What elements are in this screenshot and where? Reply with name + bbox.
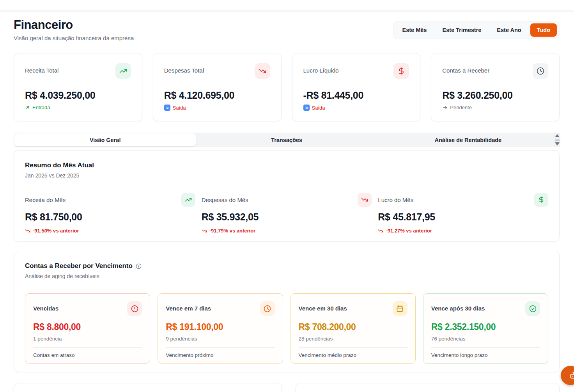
metric-change-text: -91.50% vs anterior	[33, 228, 79, 234]
aging-panel: Contas a Receber por Vencimento Análise …	[14, 251, 560, 372]
aging-value: R$ 191.100,00	[166, 322, 275, 332]
trending-down-icon	[202, 228, 207, 234]
aging-card-30-dias: Vence em 30 dias R$ 708.200,00 28 pendên…	[291, 293, 416, 364]
aging-value: R$ 8.800,00	[33, 322, 142, 332]
arrow-down-right-badge-icon	[164, 105, 170, 111]
period-filter-group: Este Mês Este Trimestre Este Ano Tudo	[393, 21, 560, 39]
resumo-metrics-row: Receita do Mês R$ 81.750,00 -91.50% vs a…	[25, 193, 548, 234]
filter-este-mes[interactable]: Este Mês	[396, 23, 434, 37]
aging-footer: Vencimento longo prazo	[431, 352, 540, 358]
metric-despesas-do-mes: Despesas do Mês R$ 35.932,05 -91.79% vs …	[202, 193, 372, 234]
metric-label: Receita do Mês	[25, 197, 66, 203]
tab-analise-rentabilidade[interactable]: Análise de Rentabilidade	[377, 133, 559, 146]
aging-label: Vence em 30 dias	[299, 305, 347, 312]
dollar-icon	[534, 193, 548, 207]
kpi-card-contas-a-receber: Contas a Receber R$ 3.260.250,00 Pendent…	[431, 53, 560, 121]
aging-label: Vence em 7 dias	[166, 305, 211, 312]
divider	[299, 347, 407, 348]
arrow-right-icon	[442, 105, 448, 110]
aging-footer: Contas em atraso	[33, 352, 142, 358]
kpi-label: Receita Total	[25, 67, 58, 74]
aging-value: R$ 2.352.150,00	[431, 322, 540, 332]
resumo-subtitle: Jan 2026 vs Dez 2025	[25, 172, 548, 179]
kpi-card-receita-total: Receita Total R$ 4.039.250,00 Entrada	[14, 53, 142, 121]
kpi-value: R$ 4.039.250,00	[25, 90, 131, 101]
next-section-row	[14, 383, 560, 392]
page-subtitle: Visão geral da situação financeira da em…	[14, 35, 134, 41]
aging-count: 1 pendência	[33, 336, 142, 342]
metric-change-text: -91.79% vs anterior	[209, 228, 256, 234]
page-header: Financeiro Visão geral da situação finan…	[14, 18, 560, 41]
aging-footer: Vencimento médio prazo	[299, 352, 407, 358]
trending-down-icon	[378, 228, 383, 234]
aging-card-vencidas: Vencidas R$ 8.800,00 1 pendência Contas …	[25, 293, 150, 364]
trending-down-icon	[255, 63, 270, 79]
kpi-status: Saída	[173, 105, 186, 111]
trending-down-icon	[358, 193, 372, 207]
check-circle-icon	[525, 301, 540, 316]
kpi-card-row: Receita Total R$ 4.039.250,00 Entrada De…	[14, 53, 560, 121]
kpi-label: Lucro Líquido	[303, 67, 339, 74]
spinner-divider	[555, 140, 560, 140]
section-tabs: Visão Geral Transações Análise de Rentab…	[14, 133, 560, 147]
resumo-title: Resumo do Mês Atual	[25, 161, 548, 169]
aging-subtitle: Análise de aging de recebíveis	[25, 273, 548, 279]
top-bar	[0, 0, 574, 11]
trending-down-icon	[25, 228, 30, 234]
kpi-status: Saída	[312, 105, 325, 111]
arrow-down-right-badge-icon	[303, 105, 310, 111]
tab-transacoes[interactable]: Transações	[196, 133, 377, 146]
divider	[431, 347, 540, 348]
aging-footer: Vencimento próximo	[166, 352, 275, 358]
spinner-down-arrow-icon[interactable]	[555, 142, 560, 145]
clock-icon	[533, 63, 548, 79]
metric-change-text: -91.27% vs anterior	[386, 228, 432, 234]
aging-value: R$ 708.200,00	[299, 322, 407, 332]
divider	[166, 347, 275, 348]
filter-tudo[interactable]: Tudo	[530, 23, 557, 37]
kpi-status: Entrada	[32, 105, 50, 110]
page-title: Financeiro	[14, 18, 134, 32]
tab-scroll-spinner	[554, 133, 560, 147]
aging-label: Vencidas	[33, 305, 58, 312]
financeiro-dashboard: Financeiro Visão geral da situação finan…	[0, 0, 574, 392]
kpi-label: Despesas Total	[164, 67, 204, 74]
metric-value: R$ 35.932,05	[202, 211, 372, 223]
kpi-status: Pendente	[450, 105, 472, 110]
kpi-card-lucro-liquido: Lucro Líquido -R$ 81.445,00 Saída	[292, 53, 421, 121]
aging-card-row: Vencidas R$ 8.800,00 1 pendência Contas …	[25, 293, 548, 364]
kpi-value: -R$ 81.445,00	[303, 90, 409, 101]
info-icon[interactable]	[136, 263, 142, 269]
kpi-card-despesas-total: Despesas Total R$ 4.120.695,00 Saída	[153, 53, 282, 121]
metric-label: Despesas do Mês	[202, 197, 248, 203]
aging-count: 9 pendências	[166, 336, 275, 342]
dollar-icon	[393, 63, 409, 79]
metric-lucro-do-mes: Lucro do Mês R$ 45.817,95 -91.27% vs ant…	[378, 193, 548, 234]
trending-up-icon	[181, 193, 195, 207]
partial-card-left	[14, 383, 282, 392]
clock-icon	[260, 301, 275, 316]
tab-visao-geral[interactable]: Visão Geral	[14, 133, 196, 146]
aging-label: Vence após 30 dias	[431, 305, 485, 312]
aging-title: Contas a Receber por Vencimento	[25, 262, 133, 270]
arrow-up-right-icon	[25, 105, 30, 110]
divider	[33, 347, 142, 348]
kpi-value: R$ 4.120.695,00	[164, 90, 270, 101]
alert-circle-icon	[127, 301, 142, 316]
spinner-up-arrow-icon[interactable]	[555, 134, 560, 137]
metric-receita-do-mes: Receita do Mês R$ 81.750,00 -91.50% vs a…	[25, 193, 195, 234]
metric-value: R$ 81.750,00	[25, 211, 195, 223]
chat-bot-icon	[569, 372, 572, 380]
kpi-label: Contas a Receber	[442, 67, 489, 74]
filter-este-ano[interactable]: Este Ano	[490, 23, 528, 37]
kpi-value: R$ 3.260.250,00	[442, 90, 548, 101]
partial-card-right	[296, 383, 560, 392]
metric-label: Lucro do Mês	[378, 197, 413, 203]
aging-count: 28 pendências	[299, 336, 407, 342]
trending-up-icon	[115, 63, 131, 79]
calendar-icon	[393, 301, 407, 316]
aging-card-7-dias: Vence em 7 dias R$ 191.100,00 9 pendênci…	[158, 293, 283, 364]
resumo-mes-panel: Resumo do Mês Atual Jan 2026 vs Dez 2025…	[14, 150, 560, 241]
metric-value: R$ 45.817,95	[378, 211, 548, 223]
filter-este-trimestre[interactable]: Este Trimestre	[436, 23, 488, 37]
